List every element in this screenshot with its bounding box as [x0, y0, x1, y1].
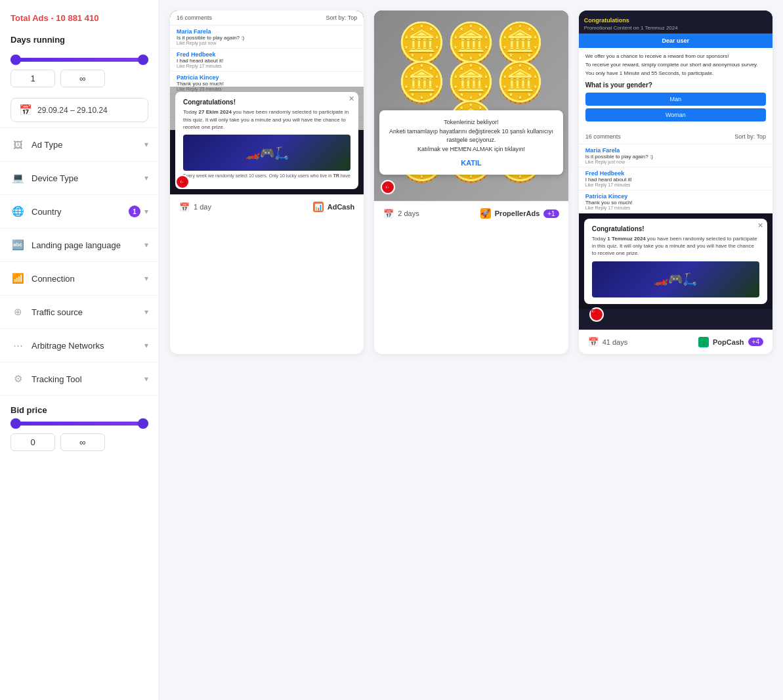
date-range-button[interactable]: 📅 29.09.24 – 29.10.24 — [11, 98, 148, 122]
man-button[interactable]: Man — [585, 93, 766, 106]
promo-label: Promotional Content on 1 Temmuz 2024 — [584, 25, 767, 31]
dear-user-banner: Dear user — [579, 33, 772, 48]
filter-tracking-label-wrap: ⚙ Tracking Tool — [11, 372, 82, 386]
slider-thumb-max[interactable] — [138, 55, 148, 65]
close-icon[interactable]: ✕ — [349, 95, 354, 103]
image-icon: 🖼 — [11, 137, 25, 152]
popup-title: Congratulations! — [592, 225, 759, 232]
popup-title: Congratulations! — [183, 98, 350, 106]
days-label: 2 days — [398, 209, 419, 217]
card-2-days: 📅 2 days — [383, 209, 419, 219]
chevron-down-icon: ▾ — [144, 341, 148, 350]
filter-landing-page-language[interactable]: 🔤 Landing page language ▾ — [0, 229, 159, 262]
filter-lpl-label-wrap: 🔤 Landing page language — [11, 238, 121, 252]
language-icon: 🔤 — [11, 238, 25, 252]
coin-popup-text: Tokenleriniz bekliyor! Anketi tamamlayıp… — [387, 118, 555, 154]
slider-thumb-min[interactable] — [11, 55, 21, 65]
calendar-icon: 📅 — [588, 337, 599, 347]
dear-user-content: We offer you a chance to receive a rewar… — [579, 48, 772, 129]
filter-ad-type-right: ▾ — [144, 140, 148, 149]
bid-slider-thumb-max[interactable] — [138, 418, 148, 429]
offer-text: We offer you a chance to receive a rewar… — [585, 53, 766, 59]
adcash-icon: 📊 — [313, 202, 324, 212]
filter-country-label-wrap: 🌐 Country — [11, 204, 62, 219]
slider-fill — [11, 58, 148, 62]
bid-price-slider-track[interactable] — [11, 422, 148, 426]
close-icon[interactable]: ✕ — [757, 221, 763, 230]
country-badge: 1 — [129, 206, 140, 217]
commenter-name: Fred Hedbeek — [585, 170, 766, 177]
filter-arbitrage-label: Arbitrage Networks — [32, 341, 104, 351]
adcash-label: AdCash — [328, 203, 355, 211]
gender-question: What is your gender? — [585, 81, 766, 89]
filter-country-label: Country — [32, 207, 62, 217]
chevron-down-icon: ▾ — [144, 274, 148, 283]
bid-price-label: Bid price — [11, 405, 148, 415]
bid-range-inputs: 0 ∞ — [11, 433, 148, 451]
tracking-icon: ⚙ — [11, 372, 25, 386]
connection-icon: 📶 — [11, 271, 25, 286]
filter-connection[interactable]: 📶 Connection ▾ — [0, 262, 159, 295]
commenter-name: Patricia Kincey — [585, 193, 766, 200]
propellerads-icon: 🚀 — [480, 208, 491, 219]
ad-card-3[interactable]: Congratulations Promotional Content on 1… — [579, 11, 772, 354]
card-1-sort-bar: 16 comments Sort by: Top — [170, 11, 364, 26]
card-3-comment-ui: 16 comments Sort by: Top Maria Farela Is… — [579, 129, 772, 213]
comment-meta: Like Reply 17 minutes — [585, 183, 766, 187]
card-2-footer: 📅 2 days 🚀 PropellerAds +1 — [374, 201, 568, 225]
chevron-down-icon: ▾ — [144, 374, 148, 383]
days-min-input[interactable]: 1 — [11, 70, 55, 87]
plus-badge: +4 — [748, 338, 763, 346]
popup-prize-image: 🏎️🎮🛴 — [592, 261, 759, 297]
card-2-source: 🚀 PropellerAds +1 — [480, 208, 559, 219]
comment-text: Is it possible to play again? :) — [585, 154, 766, 160]
filter-traffic-source[interactable]: ⊕ Traffic source ▾ — [0, 295, 159, 329]
filter-traffic-label-wrap: ⊕ Traffic source — [11, 305, 83, 319]
filter-country[interactable]: 🌐 Country 1 ▾ — [0, 195, 159, 229]
filter-ad-type-label: Ad Type — [32, 140, 62, 150]
card-1-footer: 📅 1 day 📊 AdCash — [170, 194, 364, 219]
filter-tracking-label: Tracking Tool — [32, 374, 82, 384]
days-running-slider-container: 1 ∞ — [0, 47, 159, 93]
time-text: You only have 1 Minute and 55 Seconds, t… — [585, 70, 766, 76]
filter-tracking-tool[interactable]: ⚙ Tracking Tool ▾ — [0, 362, 159, 396]
card-1-days: 📅 1 day — [179, 202, 211, 212]
filter-traffic-right: ▾ — [144, 307, 148, 317]
filter-arbitrage-label-wrap: ⋯ Arbitrage Networks — [11, 338, 104, 353]
comment-meta: Like Reply 17 minutes — [177, 64, 357, 68]
popcash-label: PopCash — [713, 338, 744, 346]
filter-ad-type-label-wrap: 🖼 Ad Type — [11, 137, 62, 152]
filter-traffic-label: Traffic source — [32, 307, 83, 317]
comment-text: Thank you so much! — [585, 200, 766, 206]
chevron-down-icon: ▾ — [144, 240, 148, 250]
bid-max-input[interactable]: ∞ — [60, 433, 105, 451]
card-2-coin-bg: 🪙🪙🪙🪙🪙🪙🪙🪙🪙🪙 Tokenleriniz bekliyor! Anketi… — [374, 11, 568, 201]
days-running-slider-track[interactable] — [11, 58, 148, 62]
ad-card-2[interactable]: 🪙🪙🪙🪙🪙🪙🪙🪙🪙🪙 Tokenleriniz bekliyor! Anketi… — [374, 11, 568, 354]
filter-ad-type[interactable]: 🖼 Ad Type ▾ — [0, 128, 159, 162]
filter-connection-label-wrap: 📶 Connection — [11, 271, 75, 286]
days-label: 1 day — [194, 203, 211, 211]
woman-button[interactable]: Woman — [585, 108, 766, 121]
filter-arbitrage-networks[interactable]: ⋯ Arbitrage Networks ▾ — [0, 329, 159, 362]
comments-count: 16 comments — [585, 133, 621, 140]
card-3-popup-box: ✕ Congratulations! Today 1 Temmuz 2024 y… — [584, 219, 767, 304]
popcash-icon: 💲 — [698, 337, 709, 347]
popup-prize-image: 🏎️🎮🛴 — [183, 135, 350, 171]
comment-meta: Like Reply 17 minutes — [585, 206, 766, 210]
main-content: 16 comments Sort by: Top Maria Farela Is… — [159, 0, 783, 700]
card-3-dear-user: Congratulations Promotional Content on 1… — [579, 11, 772, 330]
ad-card-1[interactable]: 16 comments Sort by: Top Maria Farela Is… — [170, 11, 364, 354]
filter-device-type[interactable]: 💻 Device Type ▾ — [0, 162, 159, 195]
card-2-image-area: 🪙🪙🪙🪙🪙🪙🪙🪙🪙🪙 Tokenleriniz bekliyor! Anketi… — [374, 11, 568, 201]
comment-meta: Like Reply just now — [585, 160, 766, 164]
bid-min-input[interactable]: 0 — [11, 433, 55, 451]
bid-slider-thumb-min[interactable] — [11, 418, 21, 429]
katil-button[interactable]: KATIL — [461, 159, 482, 167]
days-max-input[interactable]: ∞ — [60, 70, 105, 87]
congratulations-label: Congratulations — [584, 17, 629, 24]
filter-tracking-right: ▾ — [144, 374, 148, 383]
chevron-down-icon: ▾ — [144, 173, 148, 183]
filter-connection-right: ▾ — [144, 274, 148, 283]
filter-device-type-label-wrap: 💻 Device Type — [11, 171, 78, 185]
